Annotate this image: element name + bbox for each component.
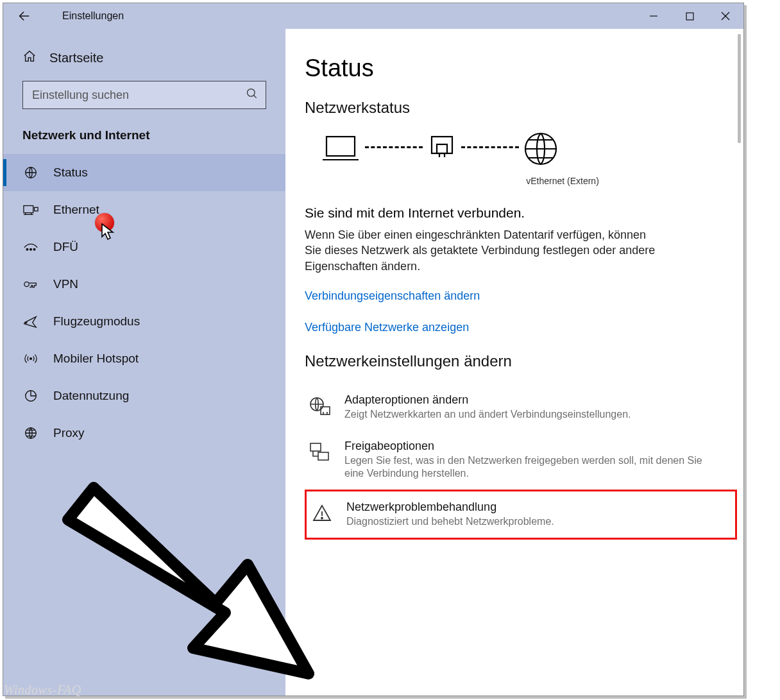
sidebar-home-label: Startseite (49, 51, 103, 65)
sidebar-home[interactable]: Startseite (3, 42, 285, 74)
option-title: Freigabeoptionen (344, 440, 704, 453)
search-wrap (22, 81, 266, 109)
option-adapter-options[interactable]: Adapteroptionen ändern Zeigt Netzwerkkar… (305, 384, 737, 431)
content-area: Status Netzwerkstatus vEthernet (Extern)… (285, 29, 743, 696)
sidebar-item-label: Flugzeugmodus (53, 314, 140, 329)
option-title: Netzwerkproblembehandlung (346, 500, 554, 514)
svg-rect-4 (35, 207, 38, 211)
option-desc: Diagnostiziert und behebt Netzwerkproble… (346, 515, 554, 529)
ethernet-icon (22, 201, 39, 218)
svg-point-1 (248, 89, 255, 97)
globe-icon (22, 425, 39, 441)
sidebar-item-label: Datennutzung (53, 389, 129, 403)
scrollbar-thumb[interactable] (738, 34, 741, 143)
adapter-icon (427, 133, 457, 167)
svg-point-8 (24, 282, 29, 286)
minimize-button[interactable] (636, 3, 672, 29)
sharing-options-icon (309, 441, 332, 464)
sidebar-item-status[interactable]: Status (3, 154, 285, 191)
titlebar: Einstellungen (3, 3, 743, 29)
link-show-available-networks[interactable]: Verfügbare Netzwerke anzeigen (305, 321, 737, 334)
section-title-change-settings: Netzwerkeinstellungen ändern (305, 352, 737, 370)
option-title: Adapteroptionen ändern (344, 393, 631, 407)
sidebar-item-label: Ethernet (53, 203, 99, 217)
home-icon (22, 49, 37, 67)
search-input[interactable] (22, 81, 266, 109)
link-change-connection-properties[interactable]: Verbindungseigenschaften ändern (305, 289, 737, 303)
sidebar-item-proxy[interactable]: Proxy (3, 414, 285, 452)
hotspot-icon (22, 350, 39, 367)
internet-globe-icon (523, 131, 559, 169)
sidebar-item-label: VPN (53, 277, 78, 291)
window-title: Einstellungen (62, 10, 124, 22)
connection-line (461, 146, 519, 148)
laptop-icon (320, 133, 361, 167)
option-desc: Zeigt Netzwerkkarten an und ändert Verbi… (344, 408, 631, 422)
sidebar-item-airplane[interactable]: Flugzeugmodus (3, 303, 285, 340)
search-icon (246, 87, 259, 103)
svg-rect-14 (437, 144, 447, 153)
svg-rect-18 (310, 443, 321, 451)
window-controls (636, 3, 743, 29)
svg-point-9 (30, 358, 32, 360)
network-diagram (320, 131, 737, 169)
connected-title: Sie sind mit dem Internet verbunden. (305, 205, 737, 221)
page-title: Status (305, 55, 737, 82)
connected-description: Wenn Sie über einen eingeschränkten Date… (305, 227, 664, 274)
svg-rect-3 (24, 206, 33, 213)
sidebar-item-label: Status (53, 166, 88, 180)
sidebar-item-label: Proxy (53, 426, 85, 440)
svg-rect-19 (318, 452, 328, 460)
option-sharing-options[interactable]: Freigabeoptionen Legen Sie fest, was in … (305, 431, 737, 490)
adapter-options-icon (309, 395, 332, 418)
svg-point-5 (26, 248, 28, 250)
adapter-name-label: vEthernet (Extern) (388, 176, 737, 186)
svg-rect-12 (326, 137, 355, 156)
globe-grid-icon (22, 164, 39, 181)
sidebar-item-ethernet[interactable]: Ethernet (3, 191, 285, 228)
svg-rect-0 (686, 13, 693, 20)
sidebar-item-label: Mobiler Hotspot (53, 352, 139, 366)
svg-point-7 (33, 248, 35, 250)
data-usage-icon (22, 388, 39, 404)
sidebar-item-hotspot[interactable]: Mobiler Hotspot (3, 340, 285, 377)
sidebar-item-vpn[interactable]: VPN (3, 266, 285, 303)
connection-line (365, 146, 423, 148)
option-desc: Legen Sie fest, was in den Netzwerken fr… (344, 454, 704, 481)
svg-point-6 (30, 248, 32, 250)
sidebar-item-label: DFÜ (53, 240, 78, 254)
dialup-icon (22, 239, 39, 255)
close-button[interactable] (708, 3, 743, 29)
vpn-icon (22, 276, 39, 293)
annotation-big-arrow-icon (55, 481, 325, 687)
airplane-icon (22, 313, 39, 330)
section-title-network-status: Netzwerkstatus (305, 99, 737, 117)
back-button[interactable] (15, 6, 34, 26)
sidebar-item-dfue[interactable]: DFÜ (3, 228, 285, 266)
maximize-button[interactable] (672, 3, 708, 29)
sidebar-group-title: Netzwerk und Internet (3, 119, 285, 154)
option-network-troubleshooter[interactable]: Netzwerkproblembehandlung Diagnostiziert… (305, 490, 737, 540)
annotation-cursor-icon (101, 223, 115, 241)
sidebar-item-data-usage[interactable]: Datennutzung (3, 377, 285, 414)
